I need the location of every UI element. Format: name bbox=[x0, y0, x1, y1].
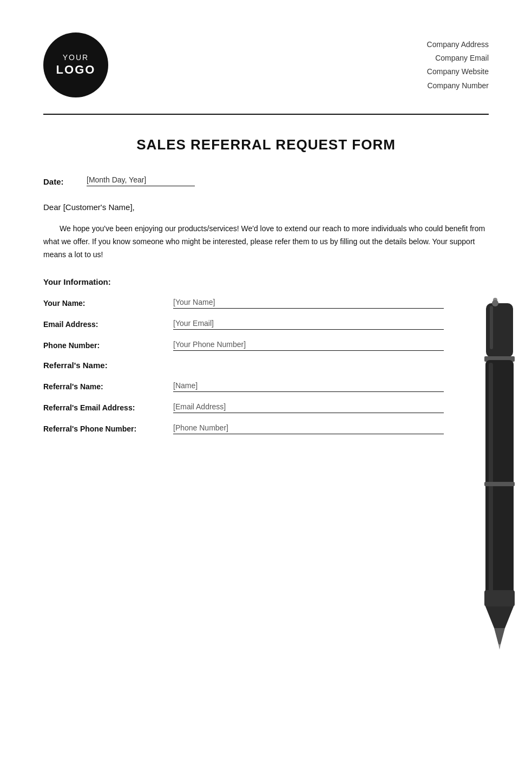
your-name-value: [Your Name] bbox=[173, 298, 215, 306]
referral-name-field: Referral's Name: [Name] bbox=[43, 381, 489, 392]
date-value: [Month Day, Year] bbox=[87, 175, 146, 184]
header-divider bbox=[43, 114, 489, 115]
referral-phone-field: Referral's Phone Number: [Phone Number] bbox=[43, 423, 489, 434]
pen-icon bbox=[456, 298, 532, 650]
referral-phone-label: Referral's Phone Number: bbox=[43, 424, 162, 434]
phone-number-value: [Your Phone Number] bbox=[173, 340, 246, 349]
referral-email-value: [Email Address] bbox=[173, 402, 226, 411]
email-address-label: Email Address: bbox=[43, 320, 162, 330]
phone-number-label: Phone Number: bbox=[43, 341, 162, 351]
svg-rect-6 bbox=[484, 482, 515, 486]
dear-line: Dear [Customer's Name], bbox=[43, 202, 489, 212]
your-name-field: Your Name: [Your Name] bbox=[43, 297, 489, 309]
date-label: Date: bbox=[43, 177, 76, 186]
content: YOUR LOGO Company Address Company Email … bbox=[0, 0, 532, 476]
form-title: SALES REFERRAL REQUEST FORM bbox=[43, 136, 489, 153]
email-address-field: Email Address: [Your Email] bbox=[43, 318, 489, 330]
referral-name-label: Referral's Name: bbox=[43, 382, 162, 392]
referral-phone-value: [Phone Number] bbox=[173, 423, 228, 432]
pen-decoration bbox=[456, 298, 532, 650]
company-info: Company Address Company Email Company We… bbox=[427, 38, 489, 93]
svg-marker-10 bbox=[498, 644, 501, 650]
email-address-value: [Your Email] bbox=[173, 319, 214, 328]
svg-rect-2 bbox=[490, 306, 493, 349]
phone-number-field: Phone Number: [Your Phone Number] bbox=[43, 339, 489, 351]
date-row: Date: [Month Day, Year] bbox=[43, 175, 489, 186]
your-info-fields: Your Name: [Your Name] Email Address: [Y… bbox=[43, 297, 489, 351]
company-number: Company Number bbox=[427, 79, 489, 93]
your-name-label: Your Name: bbox=[43, 299, 162, 309]
company-email: Company Email bbox=[427, 51, 489, 65]
intro-paragraph: We hope you've been enjoying our product… bbox=[43, 223, 489, 261]
company-logo: YOUR LOGO bbox=[43, 32, 108, 97]
company-address: Company Address bbox=[427, 38, 489, 51]
svg-marker-8 bbox=[485, 606, 514, 628]
referral-section-heading: Referral's Name: bbox=[43, 361, 489, 370]
referral-name-value: [Name] bbox=[173, 381, 198, 390]
logo-line2: LOGO bbox=[56, 62, 96, 78]
header: YOUR LOGO Company Address Company Email … bbox=[43, 32, 489, 97]
svg-rect-7 bbox=[484, 590, 515, 606]
company-website: Company Website bbox=[427, 65, 489, 79]
logo-line1: YOUR bbox=[63, 53, 89, 62]
svg-marker-9 bbox=[494, 628, 505, 644]
page: YOUR LOGO Company Address Company Email … bbox=[0, 0, 532, 758]
date-field[interactable]: [Month Day, Year] bbox=[87, 175, 195, 186]
referral-email-label: Referral's Email Address: bbox=[43, 403, 162, 413]
referral-email-field: Referral's Email Address: [Email Address… bbox=[43, 402, 489, 413]
svg-point-11 bbox=[492, 300, 498, 306]
referral-fields: Referral's Name: [Name] Referral's Email… bbox=[43, 381, 489, 434]
your-info-heading: Your Information: bbox=[43, 277, 489, 286]
